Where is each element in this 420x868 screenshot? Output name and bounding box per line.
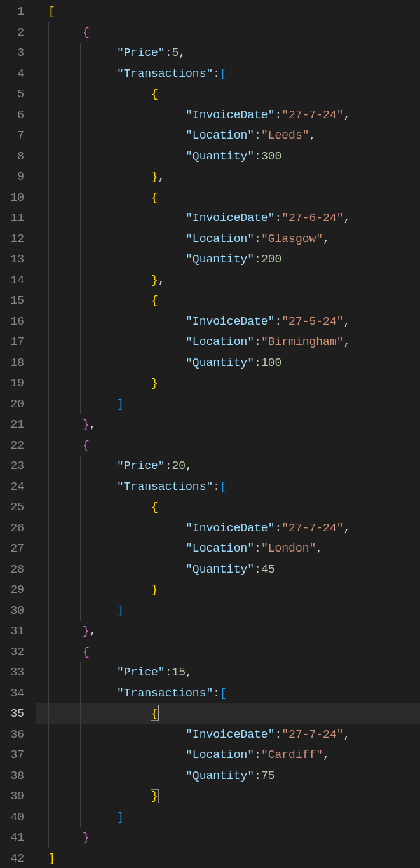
indent-guide [48, 600, 49, 621]
indent-guide [80, 290, 81, 311]
line-number: 42 [0, 848, 24, 869]
code-line[interactable]: } [36, 827, 420, 848]
code-line[interactable]: "Transactions":[ [36, 683, 420, 704]
code-line[interactable]: { [36, 187, 420, 208]
line-number: 26 [0, 518, 24, 539]
indent-guide [80, 229, 81, 250]
code-line[interactable]: { [36, 435, 420, 456]
code-line[interactable]: "InvoiceDate":"27-7-24", [36, 518, 420, 539]
token-key: "InvoiceDate" [186, 728, 274, 741]
indent-guide [48, 249, 49, 270]
code-line[interactable]: }, [36, 270, 420, 291]
code-line[interactable]: "Quantity":300 [36, 146, 420, 167]
code-line[interactable]: } [36, 580, 420, 600]
token-key: "Quantity" [186, 356, 254, 369]
code-line[interactable]: "Transactions":[ [36, 64, 420, 85]
token-num: 300 [261, 150, 281, 163]
token-brace-y: { [151, 191, 158, 204]
line-number: 12 [0, 229, 24, 250]
token-brace-y: [ [48, 5, 55, 18]
code-line[interactable]: "InvoiceDate":"27-7-24", [36, 724, 420, 745]
code-line[interactable]: "Price":20, [36, 456, 420, 477]
token-punc: : [213, 480, 220, 493]
code-line[interactable]: "Quantity":100 [36, 353, 420, 374]
code-line[interactable]: { [36, 703, 420, 724]
token-punc: : [254, 233, 261, 245]
code-line[interactable]: }, [36, 166, 420, 187]
line-number: 8 [0, 146, 24, 167]
code-line[interactable]: } [36, 786, 420, 807]
indent-guide [144, 146, 144, 167]
indent-guide [112, 208, 112, 229]
token-punc: , [344, 336, 351, 348]
indent-guide [48, 290, 49, 311]
indent-guide [80, 580, 81, 600]
token-punc: , [158, 170, 165, 183]
code-line[interactable]: ] [36, 807, 420, 828]
line-number: 9 [0, 166, 24, 187]
indent-guide [48, 518, 49, 539]
token-key: "Transactions" [117, 67, 213, 80]
indent-guide [80, 724, 81, 745]
code-line[interactable]: { [36, 290, 420, 311]
code-line[interactable]: ] [36, 394, 420, 415]
indent-guide [80, 683, 81, 704]
code-line[interactable]: ] [36, 600, 420, 621]
indent-guide [144, 229, 144, 250]
token-punc: : [213, 67, 220, 80]
code-line[interactable]: { [36, 642, 420, 663]
token-key: "Location" [186, 542, 254, 555]
code-line[interactable]: }, [36, 414, 420, 435]
code-line[interactable]: { [36, 497, 420, 518]
indent-guide [80, 270, 81, 291]
token-punc: : [274, 109, 281, 121]
token-key: "Transactions" [117, 480, 213, 493]
token-punc: , [316, 542, 323, 555]
code-line[interactable]: "InvoiceDate":"27-5-24", [36, 311, 420, 332]
indent-guide [112, 229, 112, 250]
code-line[interactable]: } [36, 373, 420, 394]
indent-guide [80, 105, 81, 126]
code-line[interactable]: [ [36, 1, 420, 22]
token-key: "InvoiceDate" [186, 109, 274, 121]
token-brace-p: } [83, 831, 90, 844]
code-line[interactable]: "Location":"Birmingham", [36, 332, 420, 353]
token-punc: : [254, 563, 261, 576]
indent-guide [144, 125, 144, 146]
code-line[interactable]: "Quantity":75 [36, 766, 420, 787]
token-str: "27-7-24" [281, 728, 343, 741]
code-area[interactable]: [ { "Price":5, "Transactions":[ { "Invoi… [36, 0, 420, 868]
indent-guide [48, 807, 49, 828]
code-line[interactable]: "Quantity":45 [36, 559, 420, 580]
code-line[interactable]: { [36, 84, 420, 105]
line-number: 36 [0, 724, 24, 745]
code-line[interactable]: ] [36, 848, 420, 869]
code-line[interactable]: "Location":"Glasgow", [36, 229, 420, 250]
token-key: "Location" [186, 336, 254, 348]
indent-guide [144, 353, 144, 374]
line-number: 31 [0, 621, 24, 642]
code-editor[interactable]: 1234567891011121314151617181920212223242… [0, 0, 420, 868]
code-line[interactable]: "Location":"London", [36, 538, 420, 559]
indent-guide [80, 456, 81, 477]
code-line[interactable]: "InvoiceDate":"27-6-24", [36, 208, 420, 229]
token-punc: , [344, 728, 351, 741]
indent-guide [48, 456, 49, 477]
code-line[interactable]: "InvoiceDate":"27-7-24", [36, 105, 420, 126]
code-line[interactable]: "Location":"Leeds", [36, 125, 420, 146]
token-brace-y: } [151, 377, 158, 390]
code-line[interactable]: { [36, 22, 420, 43]
line-number: 35 [0, 703, 24, 724]
indent-guide [80, 538, 81, 559]
indent-guide [112, 311, 112, 332]
indent-guide [144, 311, 144, 332]
code-line[interactable]: }, [36, 621, 420, 642]
code-line[interactable]: "Quantity":200 [36, 249, 420, 270]
code-line[interactable]: "Transactions":[ [36, 477, 420, 498]
code-line[interactable]: "Location":"Cardiff", [36, 745, 420, 766]
indent-guide [48, 311, 49, 332]
code-line[interactable]: "Price":15, [36, 662, 420, 683]
token-brace-p: { [83, 439, 90, 452]
indent-guide [112, 724, 112, 745]
code-line[interactable]: "Price":5, [36, 43, 420, 64]
